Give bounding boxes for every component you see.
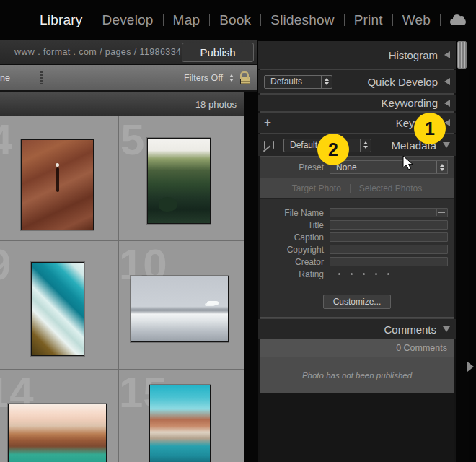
spinner-arrows-icon[interactable] [360,139,371,152]
preset-dropdown[interactable]: None [330,160,448,174]
nav-separator [440,14,441,26]
title-label: Title [266,220,324,230]
metadata-panel-body: Preset None Target Photo Selected Photos… [260,156,454,318]
title-input[interactable] [330,220,448,230]
collapse-left-icon[interactable] [444,78,450,85]
drag-handle-icon[interactable] [40,71,43,84]
creator-input[interactable] [330,257,448,266]
rating-dot[interactable] [387,273,389,275]
toolbar-partial-label: ne [0,73,10,83]
thumbnail-rialto-bridge[interactable] [149,385,211,462]
right-panel: Histogram Defaults Quick Develop Keyword… [258,41,456,462]
keywording-title: Keywording [382,97,438,109]
panel-gap [244,92,258,462]
comments-count-bar: 0 Comments [260,339,454,357]
copyright-input[interactable] [330,245,448,254]
thumbnail-mountain-lake-island[interactable] [147,138,211,224]
rating-dot[interactable] [375,273,377,275]
app-window: Library Develop Map Book Slideshow Print… [0,0,476,462]
thumbnail-venice-grand-canal[interactable] [8,404,107,462]
metadata-target-row: Target Photo Selected Photos [260,178,454,199]
unlock-icon[interactable] [240,77,250,84]
thumbnail-snowy-mountain-range[interactable] [131,276,229,342]
quick-develop-title: Quick Develop [367,76,438,88]
photo-count-label: 18 photos [195,99,237,110]
quick-develop-panel-header[interactable]: Defaults Quick Develop [258,70,456,93]
target-photo-button[interactable]: Target Photo [292,183,341,193]
nav-print[interactable]: Print [354,12,383,28]
rating-dot[interactable] [338,273,340,275]
rating-dot[interactable] [351,273,353,275]
file-name-menu-icon[interactable] [436,209,446,216]
file-name-label: File Name [266,208,324,218]
field-row-file-name: File Name [260,206,454,219]
spinner-arrows-icon[interactable] [229,74,234,82]
rating-dot[interactable] [363,273,365,275]
cell-index-label: 5 [120,118,144,162]
spinner-arrows-icon[interactable] [321,76,332,88]
cell-index-label: 4 [0,118,12,162]
publish-bar: www . format . com / pages / 11986334 / … [0,40,257,65]
keywording-panel-header[interactable]: Keywording [258,95,456,111]
field-row-rating: Rating [260,268,454,280]
field-row-creator: Creator [260,256,454,268]
annotation-badge-1: 1 [414,113,446,144]
thumbnail-turquoise-ocean-waves[interactable] [31,262,84,356]
nav-separator [163,14,164,26]
publish-button[interactable]: Publish [182,43,254,62]
nav-library[interactable]: Library [40,12,82,28]
comments-count-label: 0 Comments [396,343,447,353]
collapse-left-icon[interactable] [444,51,450,58]
cloud-sync-icon[interactable] [450,19,466,25]
grid-info-bar: 18 photos [0,92,244,116]
panel-filler [260,393,454,462]
field-row-title: Title [260,219,454,231]
histogram-title: Histogram [389,49,438,61]
metadata-preset-row: Preset None [260,157,454,178]
collapse-down-icon[interactable] [443,326,450,332]
panel-scrollbar-track[interactable] [456,40,469,462]
quick-develop-preset-dropdown[interactable]: Defaults [264,75,332,89]
comments-empty-state: Photo has not been published [260,357,454,393]
filters-off-dropdown[interactable]: Filters Off [184,73,223,83]
preset-label: Preset [266,162,324,173]
nav-separator [260,14,261,26]
nav-separator [392,14,393,26]
spinner-arrows-icon[interactable] [436,161,447,173]
caption-input[interactable] [330,232,448,242]
rating-stars[interactable] [338,273,389,275]
nav-web[interactable]: Web [402,12,431,28]
preset-value: None [330,162,436,173]
metadata-edit-icon[interactable] [264,141,274,149]
nav-slideshow[interactable]: Slideshow [270,12,334,28]
selected-photos-button[interactable]: Selected Photos [359,183,422,193]
customize-button[interactable]: Customize... [323,295,392,309]
thumbnail-aerial-red-canyon[interactable] [21,139,94,230]
photo-grid: 4 5 9 10 14 15 [0,116,244,462]
panel-scrollbar-thumb[interactable] [457,41,467,69]
creator-label: Creator [266,257,324,267]
collapse-left-icon[interactable] [444,100,450,107]
copyright-label: Copyright [266,245,324,255]
field-row-copyright: Copyright [260,243,454,256]
comments-panel-header[interactable]: Comments [258,319,456,339]
rating-label: Rating [266,269,324,279]
histogram-panel-header[interactable]: Histogram [258,41,456,69]
annotation-badge-2: 2 [317,134,349,165]
show-panel-arrow-icon[interactable] [467,362,474,372]
file-name-input[interactable] [330,208,448,217]
comments-empty-message: Photo has not been published [302,371,412,380]
quick-develop-preset-value: Defaults [265,77,321,87]
nav-separator [209,14,210,26]
nav-book[interactable]: Book [219,12,251,28]
module-nav: Library Develop Map Book Slideshow Print… [0,0,476,40]
add-keyword-icon[interactable]: + [264,116,271,130]
nav-separator [92,14,92,26]
separator [350,184,351,193]
nav-develop[interactable]: Develop [102,12,153,28]
collapse-down-icon[interactable] [443,142,450,148]
caption-label: Caption [266,232,324,243]
filter-toolbar: ne Filters Off [0,65,257,92]
nav-map[interactable]: Map [173,12,200,28]
nav-separator [344,14,345,26]
